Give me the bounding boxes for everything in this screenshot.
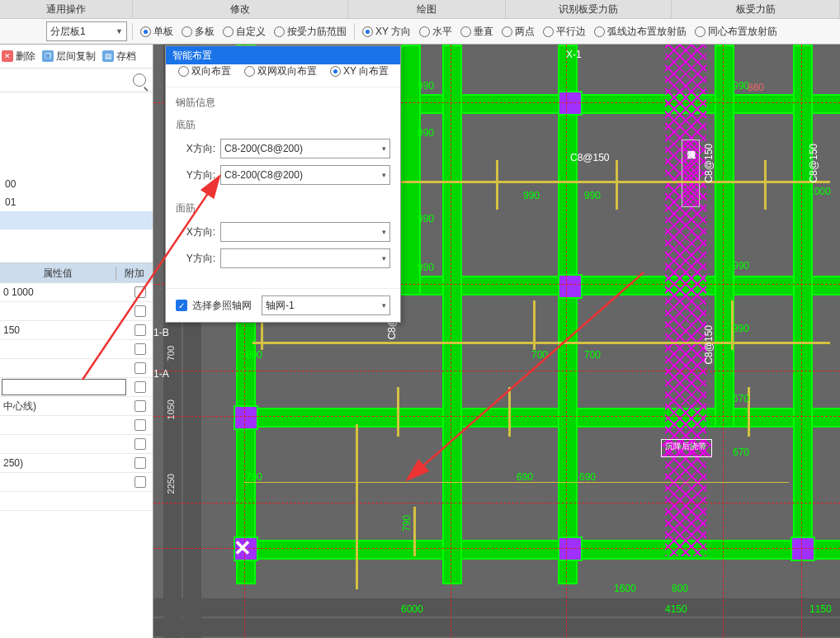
radio-xy[interactable]: XY 方向 — [362, 25, 411, 39]
radio-horizontal[interactable]: 水平 — [419, 25, 452, 39]
chevron-down-icon: ▾ — [382, 254, 386, 262]
list-item[interactable]: 01 — [0, 193, 153, 211]
btn-delete[interactable]: ✕删除 — [2, 50, 35, 64]
list-item[interactable]: 00 — [0, 175, 153, 193]
top-y-select[interactable]: ▾ — [220, 248, 390, 268]
label-y-dir: Y方向: — [176, 252, 215, 266]
search-icon[interactable] — [133, 73, 146, 87]
checkbox[interactable] — [134, 362, 146, 374]
radio-two-point[interactable]: 两点 — [502, 25, 535, 39]
delete-icon: ✕ — [2, 50, 13, 62]
checkbox[interactable] — [134, 286, 146, 298]
checkbox[interactable] — [134, 381, 146, 393]
radio-bidirectional[interactable]: 双向布置 — [178, 64, 231, 78]
chevron-down-icon: ▾ — [382, 228, 386, 236]
prop-input[interactable] — [2, 379, 126, 395]
label-bottom-rebar: 底筋 — [176, 118, 390, 132]
layer-list: 00 01 — [0, 175, 153, 229]
bottom-y-select[interactable]: C8-200(C8@200)▾ — [220, 165, 390, 185]
tab-recognize[interactable]: 识别板受力筋 — [506, 0, 672, 18]
options-toolbar: 分层板1▼ 单板 多板 自定义 按受力筋范围 XY 方向 水平 垂直 两点 平行… — [0, 19, 840, 45]
smart-layout-panel: 智能布置 双向布置 双网双向布置 XY 向布置 钢筋信息 底筋 X方向:C8-2… — [165, 45, 401, 323]
checkbox[interactable] — [134, 305, 146, 317]
radio-xy-layout[interactable]: XY 向布置 — [330, 64, 389, 78]
layer-select[interactable]: 分层板1▼ — [46, 21, 127, 41]
prop-value[interactable]: 250) — [0, 457, 128, 469]
label-top-rebar: 面筋 — [176, 201, 390, 215]
checkbox[interactable] — [134, 324, 146, 336]
radio-vertical[interactable]: 垂直 — [460, 25, 493, 39]
label-x-dir: X方向: — [176, 225, 215, 239]
grid-select[interactable]: 轴网-1▾ — [262, 295, 390, 315]
checkbox[interactable] — [134, 400, 146, 412]
tab-slab-rebar[interactable]: 板受力筋 — [672, 0, 840, 18]
tab-general[interactable]: 通用操作 — [0, 0, 133, 18]
search-row — [0, 69, 153, 92]
checkbox[interactable] — [134, 476, 146, 488]
sidebar-panel: ✕删除 ❐层间复制 ▤存档 00 01 属性值 附加 0 1000 150 中心… — [0, 45, 153, 638]
radio-custom[interactable]: 自定义 — [223, 25, 266, 39]
checkbox[interactable] — [134, 343, 146, 355]
copy-icon: ❐ — [42, 50, 54, 62]
chevron-down-icon: ▾ — [382, 144, 386, 153]
tab-draw[interactable]: 绘图 — [348, 0, 506, 18]
checkbox[interactable] — [134, 419, 146, 431]
checkbox-ref-grid[interactable]: ✓ — [176, 300, 187, 311]
property-table: 0 1000 150 中心线) 250) — [0, 283, 153, 511]
btn-archive[interactable]: ▤存档 — [102, 50, 136, 64]
list-item[interactable] — [0, 211, 153, 229]
prop-value[interactable]: 0 1000 — [0, 286, 128, 298]
checkbox[interactable] — [134, 438, 146, 450]
radio-single[interactable]: 单板 — [140, 25, 173, 39]
checkbox[interactable] — [134, 457, 146, 469]
chevron-down-icon: ▼ — [116, 27, 123, 35]
radio-arc[interactable]: 弧线边布置放射筋 — [594, 25, 687, 39]
menu-tabbar: 通用操作 修改 绘图 识别板受力筋 板受力筋 — [0, 0, 840, 19]
group-rebar-info: 钢筋信息 — [176, 96, 390, 110]
property-header: 属性值 附加 — [0, 263, 153, 283]
label-ref-grid: 选择参照轴网 — [192, 299, 252, 313]
btn-copy[interactable]: ❐层间复制 — [42, 50, 96, 64]
prop-value[interactable]: 150 — [0, 324, 128, 336]
radio-parallel[interactable]: 平行边 — [543, 25, 586, 39]
archive-icon: ▤ — [102, 50, 114, 62]
top-x-select[interactable]: ▾ — [220, 222, 390, 242]
radio-byrange[interactable]: 按受力筋范围 — [274, 25, 347, 39]
label-y-dir: Y方向: — [176, 168, 215, 182]
radio-double-mesh[interactable]: 双网双向布置 — [244, 64, 317, 78]
prop-value[interactable]: 中心线) — [0, 399, 128, 414]
label-x-dir: X方向: — [176, 142, 215, 156]
chevron-down-icon: ▾ — [382, 301, 386, 310]
radio-multi[interactable]: 多板 — [182, 25, 215, 39]
tab-modify[interactable]: 修改 — [133, 0, 348, 18]
bottom-x-select[interactable]: C8-200(C8@200)▾ — [220, 139, 390, 158]
panel-title: 智能布置 — [166, 46, 400, 64]
radio-circle[interactable]: 同心布置放射筋 — [695, 25, 777, 39]
chevron-down-icon: ▾ — [382, 171, 386, 179]
